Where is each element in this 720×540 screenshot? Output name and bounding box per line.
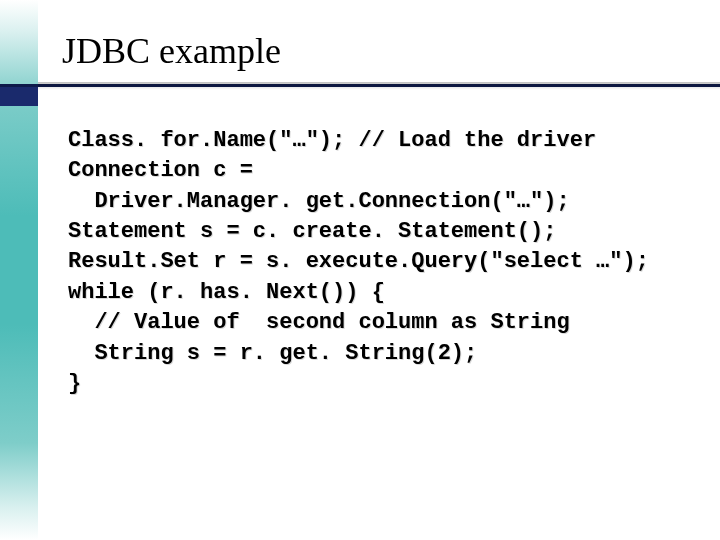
code-block: Class. for.Name("…"); // Load the driver… <box>68 126 688 399</box>
title-underline-shadow <box>38 82 720 90</box>
slide-title: JDBC example <box>62 30 281 72</box>
slide: JDBC example Class. for.Name("…"); // Lo… <box>0 0 720 540</box>
left-gradient-stripe <box>0 0 38 540</box>
